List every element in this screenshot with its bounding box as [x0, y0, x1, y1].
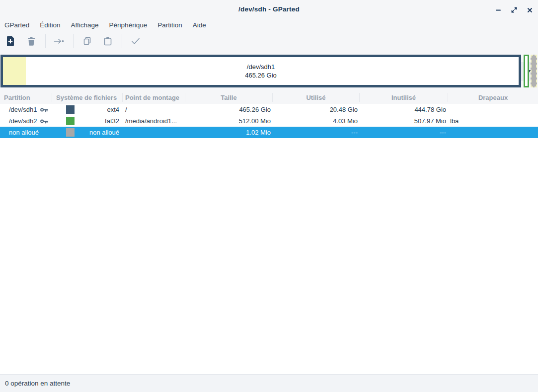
filesystem-color-swatch — [66, 105, 75, 114]
partition-visual-size: 465.26 Gio — [245, 71, 277, 79]
filesystem-color-swatch — [66, 117, 75, 125]
mounted-key-icon — [40, 118, 48, 124]
menu-edit[interactable]: Édition — [39, 20, 61, 30]
partition-size: 512.00 Mio — [185, 115, 273, 127]
menu-partition[interactable]: Partition — [157, 20, 183, 30]
column-header-unused[interactable]: Inutilisé — [360, 93, 448, 102]
maximize-button[interactable] — [508, 4, 520, 16]
partition-unused: 507.97 Mio — [360, 115, 448, 127]
apply-operations-button[interactable] — [129, 35, 142, 48]
table-empty-area — [0, 138, 538, 374]
menu-device[interactable]: Périphérique — [109, 20, 148, 30]
partition-unused: --- — [360, 127, 448, 138]
checkmark-icon — [131, 37, 141, 46]
partition-visual-name: /dev/sdh1 — [247, 63, 275, 71]
column-header-filesystem[interactable]: Système de fichiers — [52, 93, 123, 102]
partition-flags — [448, 127, 538, 138]
table-header: Partition Système de fichiers Point de m… — [0, 91, 538, 104]
used-space-indicator — [3, 57, 26, 85]
mounted-key-icon — [40, 107, 48, 113]
mount-point: / — [123, 104, 185, 115]
resize-move-button[interactable] — [53, 35, 66, 48]
statusbar: 0 opération en attente — [0, 374, 538, 392]
filesystem-type: non alloué — [89, 129, 119, 136]
column-header-partition[interactable]: Partition — [0, 93, 52, 102]
toolbar: /dev/sdh (465.76 Gio) — [0, 31, 538, 52]
partition-used: 20.48 Gio — [273, 104, 360, 115]
partition-used: 4.03 Mio — [273, 115, 360, 127]
copy-icon — [82, 36, 92, 46]
partition-visual-unallocated[interactable] — [531, 55, 537, 87]
menu-help[interactable]: Aide — [192, 20, 207, 30]
toolbar-separator — [122, 34, 122, 48]
partition-visual-sdh2[interactable] — [524, 55, 529, 87]
mount-point: /media/android1... — [123, 115, 185, 127]
toolbar-separator — [45, 34, 46, 48]
column-header-mountpoint[interactable]: Point de montage — [123, 93, 185, 102]
paste-icon — [103, 36, 113, 46]
new-partition-button[interactable] — [4, 35, 17, 48]
minimize-button[interactable] — [492, 4, 504, 16]
partition-flags — [448, 104, 538, 115]
maximize-icon — [511, 6, 518, 13]
partition-visual-strip: /dev/sdh1 465.26 Gio — [0, 52, 538, 91]
partition-size: 465.26 Gio — [185, 104, 273, 115]
toolbar-separator — [73, 34, 74, 48]
column-header-flags[interactable]: Drapeaux — [448, 93, 538, 102]
partition-flags: lba — [448, 115, 538, 127]
filesystem-color-swatch — [66, 128, 75, 137]
partition-visual-sdh1[interactable]: /dev/sdh1 465.26 Gio — [0, 55, 521, 87]
mount-point — [123, 127, 185, 138]
menu-view[interactable]: Affichage — [71, 20, 99, 30]
partition-name: /dev/sdh1 — [9, 106, 37, 113]
close-button[interactable] — [524, 4, 536, 16]
copy-button[interactable] — [81, 35, 94, 48]
partition-name: /dev/sdh2 — [9, 117, 37, 125]
column-header-size[interactable]: Taille — [185, 93, 273, 102]
gparted-window: /dev/sdh - GParted GParted Édition Affic… — [0, 0, 538, 392]
table-row-sdh1[interactable]: /dev/sdh1 ext4 / 465.26 Gio 20.48 Gio 44… — [0, 104, 538, 115]
minimize-icon — [495, 6, 502, 13]
filesystem-type: fat32 — [105, 117, 119, 125]
partition-unused: 444.78 Gio — [360, 104, 448, 115]
paste-button[interactable] — [101, 35, 114, 48]
table-row-sdh2[interactable]: /dev/sdh2 fat32 /media/android1... 512.0… — [0, 115, 538, 127]
delete-partition-button[interactable] — [25, 35, 38, 48]
partition-size: 1.02 Mio — [185, 127, 273, 138]
new-partition-icon — [5, 35, 16, 47]
resize-move-icon — [53, 37, 65, 45]
menubar: GParted Édition Affichage Périphérique P… — [0, 19, 538, 31]
window-title: /dev/sdh - GParted — [0, 5, 538, 13]
pending-operations-status: 0 opération en attente — [5, 380, 70, 387]
partition-table: /dev/sdh1 ext4 / 465.26 Gio 20.48 Gio 44… — [0, 104, 538, 138]
partition-used: --- — [273, 127, 360, 138]
filesystem-type: ext4 — [107, 106, 119, 113]
menu-gparted[interactable]: GParted — [4, 20, 30, 30]
partition-name: non alloué — [9, 129, 39, 136]
trash-icon — [26, 36, 36, 47]
close-icon — [527, 7, 533, 13]
table-row-unallocated[interactable]: non alloué non alloué 1.02 Mio --- --- — [0, 127, 538, 138]
column-header-used[interactable]: Utilisé — [273, 93, 360, 102]
titlebar: /dev/sdh - GParted — [0, 0, 538, 19]
